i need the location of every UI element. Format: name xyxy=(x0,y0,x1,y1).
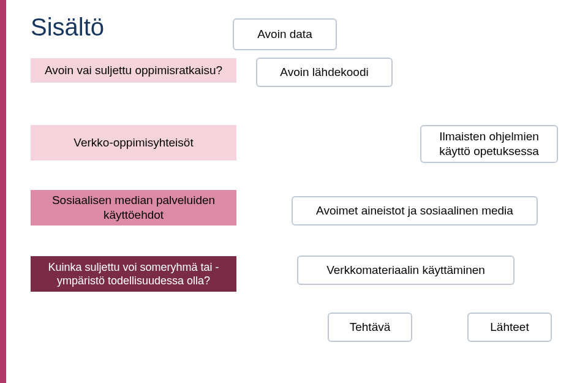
box-sosiaalisen-median: Sosiaalisen median palveluiden käyttöehd… xyxy=(31,190,236,226)
box-ilmaisten: Ilmaisten ohjelmien käyttö opetuksessa xyxy=(420,125,558,163)
box-verkkomateriaalin: Verkkomateriaalin käyttäminen xyxy=(297,256,514,285)
box-avoin-lahdekoodi: Avoin lähdekoodi xyxy=(256,58,393,87)
diagram-canvas: Sisältö Avoin data Avoin lähdekoodi Avoi… xyxy=(6,0,588,383)
page-title: Sisältö xyxy=(31,13,104,41)
box-verkko-oppimis: Verkko-oppimisyhteisöt xyxy=(31,125,236,161)
box-kuinka-suljettu: Kuinka suljettu voi someryhmä tai -ympär… xyxy=(31,256,236,292)
accent-strip xyxy=(0,0,6,383)
box-tehtava: Tehtävä xyxy=(328,313,412,342)
box-avoin-data: Avoin data xyxy=(233,18,337,50)
box-lahteet: Lähteet xyxy=(467,313,552,342)
box-avoin-vai-suljettu: Avoin vai suljettu oppimisratkaisu? xyxy=(31,58,236,83)
box-avoimet-aineistot: Avoimet aineistot ja sosiaalinen media xyxy=(292,196,538,226)
